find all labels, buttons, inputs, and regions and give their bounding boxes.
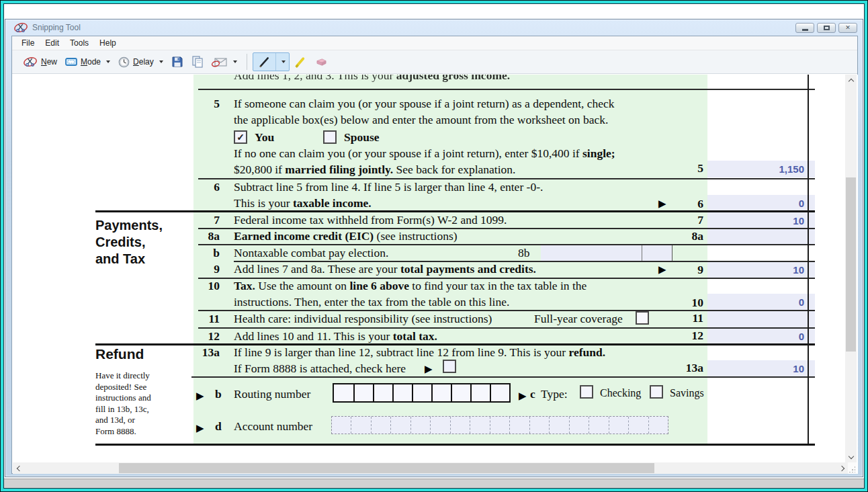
new-button[interactable]: New [19, 53, 61, 71]
mode-dropdown-icon[interactable] [106, 60, 110, 63]
scissors-icon [23, 56, 38, 68]
account-number-field [331, 416, 668, 434]
line6-number: 6 [185, 180, 220, 194]
line12-ref: 12 [668, 329, 703, 343]
vertical-scrollbar[interactable] [845, 75, 857, 462]
rule [198, 178, 815, 179]
menu-edit[interactable]: Edit [40, 37, 64, 49]
close-icon: ✕ [845, 25, 851, 31]
savings-checkbox [650, 385, 663, 399]
line8b-text: Nontaxable combat pay election. [234, 246, 388, 260]
rule [198, 327, 815, 329]
account-number-label: Account number [234, 419, 312, 434]
email-icon [212, 56, 228, 68]
menu-file[interactable]: File [16, 37, 40, 49]
routing-number-boxes [333, 383, 511, 403]
line11-text: Health care: individual responsibility (… [234, 312, 492, 326]
line10-text2: instructions. Then, enter the tax from t… [234, 295, 509, 309]
copy-button[interactable] [187, 52, 208, 71]
refund-heading: Refund [95, 346, 144, 362]
close-button[interactable]: ✕ [838, 23, 857, 33]
full-year-coverage-label: Full-year coverage [534, 312, 623, 326]
mode-button[interactable]: Mode [61, 54, 114, 69]
line13a-ref: 13a [668, 361, 703, 375]
eraser-button[interactable] [310, 54, 333, 70]
delay-label: Delay [133, 57, 154, 67]
line6-ref: 6 [668, 197, 703, 211]
line5-text1: If someone can claim you (or your spouse… [234, 97, 615, 111]
delay-dropdown-icon[interactable] [159, 60, 163, 63]
highlighter-button[interactable] [290, 53, 310, 71]
snipping-tool-window: Snipping Tool ✕ File Edit Tools Help [5, 19, 863, 477]
full-year-coverage-checkbox [636, 311, 649, 325]
maximize-icon [824, 26, 830, 30]
toolbar-separator [247, 54, 247, 70]
scroll-right-button[interactable] [836, 462, 848, 474]
line11-number: 11 [185, 312, 220, 326]
line13d-number: d [215, 419, 222, 434]
line9-number: 9 [185, 262, 220, 276]
check-icon: ✓ [236, 132, 245, 142]
teal-border-frame: Snipping Tool ✕ File Edit Tools Help [1, 1, 867, 491]
line12-number: 12 [185, 329, 220, 343]
email-dropdown-icon[interactable] [233, 60, 237, 63]
chevron-right-icon [838, 465, 844, 470]
line6-amount-field: 0 [707, 195, 815, 211]
scroll-left-button[interactable] [13, 462, 24, 474]
you-label: You [255, 130, 274, 145]
minimize-button[interactable] [795, 23, 814, 33]
form-line4-partial: Add lines 1, 2, and 3. This is your adju… [201, 75, 725, 89]
minimize-icon [802, 29, 808, 31]
snip-canvas: Add lines 1, 2, and 3. This is your adju… [13, 75, 845, 462]
chevron-left-icon [16, 465, 21, 470]
line5-text3: If no one can claim you (or your spouse … [234, 147, 615, 161]
pen-dropdown[interactable] [275, 53, 289, 71]
clock-icon [118, 56, 130, 68]
you-checkbox: ✓ [234, 130, 247, 144]
pen-button-selected[interactable] [253, 52, 290, 71]
vertical-scrollbar-thumb[interactable] [846, 177, 856, 352]
maximize-button[interactable] [817, 23, 836, 33]
line12-text: Add lines 10 and 11. This is your total … [234, 329, 437, 343]
desktop-bottom-strip [4, 479, 864, 488]
line8a-number: 8a [185, 229, 220, 243]
email-button[interactable] [208, 53, 241, 71]
copy-icon [191, 55, 204, 69]
rule [198, 244, 815, 245]
scroll-up-button[interactable] [845, 75, 857, 85]
horizontal-scrollbar[interactable] [13, 462, 848, 474]
save-button[interactable] [167, 53, 187, 71]
line7-text: Federal income tax withheld from Form(s)… [234, 213, 507, 227]
scrollbar-corner [848, 462, 857, 474]
rule [198, 89, 815, 90]
line13a-text1: If line 9 is larger than line 12, subtra… [234, 345, 605, 360]
section-rule [95, 210, 815, 212]
horizontal-scrollbar-thumb[interactable] [119, 463, 654, 473]
mode-icon [65, 57, 77, 67]
line5-text4: $20,800 if married filing jointly. See b… [234, 163, 515, 177]
line13c-arrow-icon: ▶ [519, 390, 527, 402]
line13a-amount-field: 10 [707, 360, 815, 377]
line8b-inline-ref: 8b [518, 246, 530, 260]
line5-number: 5 [185, 97, 220, 111]
scroll-down-button[interactable] [845, 452, 857, 462]
line5-text2: the applicable box(es) below and enter t… [234, 113, 608, 127]
line9-amount-field: 10 [707, 261, 815, 278]
title-bar[interactable]: Snipping Tool ✕ [5, 19, 863, 36]
line6-text2: This is your taxable income. [234, 196, 372, 210]
line9-ref: 9 [668, 263, 703, 277]
menu-help[interactable]: Help [94, 37, 122, 49]
delay-button[interactable]: Delay [114, 54, 167, 71]
eraser-icon [314, 57, 329, 67]
line11-ref: 11 [668, 311, 703, 325]
line9-arrow-icon: ▶ [658, 263, 666, 276]
refund-note: Have it directly deposited! See instruct… [95, 370, 196, 437]
menu-tools[interactable]: Tools [64, 37, 94, 49]
line8b-field [541, 245, 672, 261]
window-title: Snipping Tool [32, 23, 81, 32]
line8a-amount-field [707, 229, 815, 245]
line7-number: 7 [185, 213, 220, 227]
screenshot-root: Snipping Tool ✕ File Edit Tools Help [0, 0, 868, 492]
line13b-arrow-icon: ▶ [196, 390, 204, 402]
line11-amount-field [707, 311, 815, 328]
